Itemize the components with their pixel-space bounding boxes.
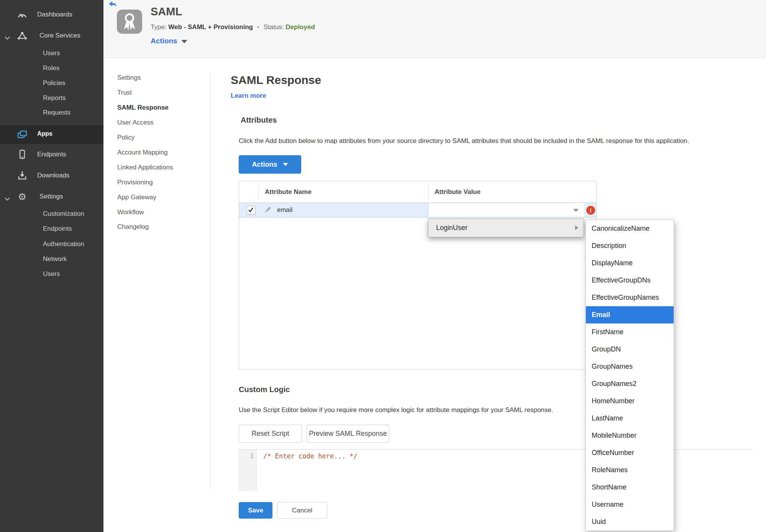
column-divider [258, 185, 259, 199]
sidebar-label: Authentication [43, 240, 84, 248]
menu-item-loginuser[interactable]: LoginUser [436, 219, 467, 237]
menu-item[interactable]: LastName [586, 410, 674, 427]
table-header: Attribute Name Attribute Value [239, 181, 596, 203]
sidebar-item-customization[interactable]: Customization [0, 207, 103, 220]
sidebar-item-network[interactable]: Network [0, 253, 103, 266]
core-services-icon [17, 30, 28, 41]
menu-item[interactable]: CanonicalizeName [586, 220, 674, 237]
sidebar-label: Policies [43, 79, 66, 87]
sidebar-item-authentication[interactable]: Authentication [0, 238, 103, 251]
app-type-status: Type: Web - SAML + Provisioning • Status… [151, 23, 315, 31]
attributes-actions-button[interactable]: Actions [239, 155, 301, 174]
sidebar-item-endpoints[interactable]: Endpoints [0, 148, 103, 161]
attribute-value-combobox[interactable] [428, 203, 584, 217]
menu-item[interactable]: GroupDN [586, 341, 674, 358]
learn-more-link[interactable]: Learn more [231, 92, 266, 100]
table-row[interactable]: email ! [239, 203, 596, 218]
attributes-description: Click the Add button below to map attrib… [239, 137, 689, 145]
back-icon[interactable] [108, 1, 117, 7]
menu-item[interactable]: GroupNames [586, 358, 674, 375]
sidebar-label: Network [43, 255, 67, 263]
preview-saml-response-button[interactable]: Preview SAML Response [307, 425, 389, 443]
type-value: Web - SAML + Provisioning [168, 23, 253, 31]
row-checkbox[interactable] [247, 206, 256, 215]
sidebar-item-users[interactable]: Users [0, 47, 103, 60]
sidebar-label: Roles [43, 64, 59, 72]
chevron-down-icon [5, 34, 10, 42]
sidebar-item-reports[interactable]: Reports [0, 92, 103, 105]
column-divider [428, 185, 429, 199]
tab-provisioning[interactable]: Provisioning [117, 179, 153, 187]
sidebar-item-endpoints-settings[interactable]: Endpoints [0, 222, 103, 235]
sidebar-label: Core Services [39, 32, 80, 39]
tab-settings[interactable]: Settings [117, 74, 141, 82]
line-number: 1 [250, 452, 254, 460]
menu-item[interactable]: Description [586, 237, 674, 255]
menu-item[interactable]: EffectiveGroupDNs [586, 272, 674, 289]
loginuser-submenu: CanonicalizeName Description DisplayName… [586, 220, 674, 531]
menu-item[interactable]: FirstName [586, 323, 674, 341]
error-icon[interactable]: ! [586, 206, 595, 215]
sidebar-item-apps[interactable]: Apps [0, 125, 103, 144]
tab-policy[interactable]: Policy [117, 134, 135, 142]
menu-item[interactable]: ShortName [586, 479, 674, 496]
custom-logic-heading: Custom Logic [239, 385, 290, 394]
value-dropdown-menu[interactable]: LoginUser [428, 218, 584, 237]
menu-item[interactable]: MobileNumber [586, 427, 674, 444]
header-actions-menu[interactable]: Actions [151, 37, 187, 45]
menu-item-selected[interactable]: Email [586, 306, 674, 323]
attributes-table: Attribute Name Attribute Value email ! [239, 181, 597, 370]
status-label: Status: [264, 23, 284, 31]
sidebar-label: Customization [43, 210, 84, 218]
nav-content-divider [210, 73, 210, 490]
editor-code: /* Enter code here... */ [263, 452, 358, 460]
type-label: Type: [151, 23, 167, 31]
sidebar-item-downloads[interactable]: Downloads [0, 169, 103, 182]
sidebar-item-users-settings[interactable]: Users [0, 268, 103, 281]
tab-changelog[interactable]: Changelog [117, 223, 149, 232]
sidebar-label: Settings [39, 193, 63, 200]
tab-app-gateway[interactable]: App Gateway [117, 194, 156, 202]
status-badge: Deployed [285, 23, 315, 31]
column-header-attribute-name: Attribute Name [265, 181, 312, 202]
tab-workflow[interactable]: Workflow [117, 209, 144, 217]
sidebar-item-roles[interactable]: Roles [0, 62, 103, 75]
caret-down-icon [573, 209, 579, 212]
sidebar-label: Apps [37, 130, 52, 137]
sidebar-item-policies[interactable]: Policies [0, 77, 103, 90]
sidebar-item-requests[interactable]: Requests [0, 106, 103, 119]
tab-user-access[interactable]: User Access [117, 119, 153, 127]
gauge-icon [17, 9, 28, 20]
menu-item[interactable]: Username [586, 496, 674, 513]
menu-item[interactable]: Uuid [586, 513, 674, 530]
menu-item[interactable]: RoleNames [586, 461, 674, 479]
save-button[interactable]: Save [239, 502, 272, 519]
sidebar-label: Users [43, 49, 60, 57]
menu-item[interactable]: GroupNames2 [586, 375, 674, 392]
sidebar: Dashboards Core Services Users Roles Pol… [0, 0, 103, 532]
tab-trust[interactable]: Trust [117, 89, 132, 97]
caret-down-icon [181, 40, 187, 43]
sidebar-item-settings[interactable]: ⚙ Settings [0, 190, 103, 203]
sidebar-label: Endpoints [37, 151, 66, 158]
reset-script-button[interactable]: Reset Script [239, 425, 302, 443]
app-window: Dashboards Core Services Users Roles Pol… [0, 0, 766, 532]
sidebar-item-dashboards[interactable]: Dashboards [0, 8, 103, 21]
tab-linked-applications[interactable]: Linked Applications [117, 164, 173, 172]
endpoints-icon [17, 149, 28, 160]
tab-account-mapping[interactable]: Account Mapping [117, 149, 167, 157]
pencil-icon[interactable] [263, 206, 272, 214]
caret-down-icon [283, 163, 288, 166]
menu-item[interactable]: EffectiveGroupNames [586, 289, 674, 306]
menu-item[interactable]: HomeNumber [586, 392, 674, 410]
script-editor[interactable]: 1 /* Enter code here... */ [239, 449, 753, 491]
menu-item[interactable]: DisplayName [586, 255, 674, 272]
app-header: SAML Type: Web - SAML + Provisioning • S… [103, 0, 766, 58]
cancel-button[interactable]: Cancel [277, 502, 327, 519]
sidebar-item-core-services[interactable]: Core Services [0, 29, 103, 42]
tab-saml-response[interactable]: SAML Response [117, 104, 169, 112]
sidebar-label: Endpoints [43, 225, 72, 233]
menu-item[interactable]: OfficeNumber [586, 444, 674, 461]
header-actions-label: Actions [151, 37, 177, 45]
chevron-down-icon [5, 195, 10, 203]
